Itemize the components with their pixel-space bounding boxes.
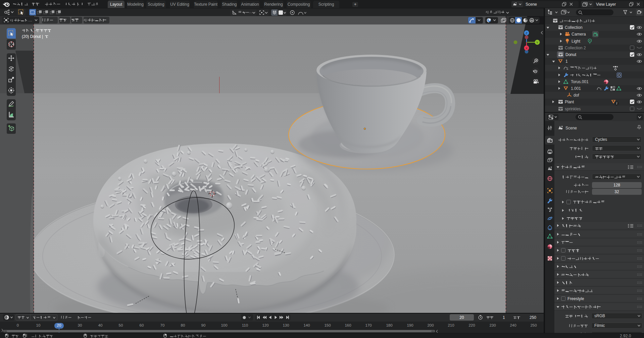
svg-text:X: X (526, 46, 528, 50)
svg-text:Z: Z (526, 31, 528, 35)
svg-text:(20) Donut |: (20) Donut | (22, 34, 43, 39)
svg-text:Y: Y (536, 41, 539, 44)
